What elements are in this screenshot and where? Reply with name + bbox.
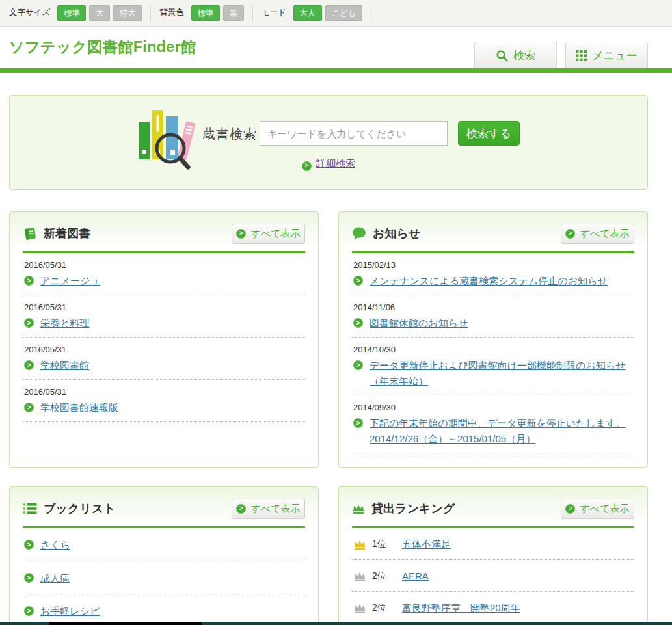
crown-icon-silver bbox=[353, 603, 366, 614]
panel-title-text: 貸出ランキング bbox=[371, 501, 455, 516]
panel-header: お知らせ > すべて表示 bbox=[352, 222, 634, 245]
show-all-label: すべて表示 bbox=[250, 503, 300, 515]
panel-header: ブックリスト > すべて表示 bbox=[23, 497, 305, 520]
list-item: 2014/09/30 >下記の年末年始の期間中、データ更新を停止いたします。20… bbox=[352, 395, 634, 453]
show-all-button[interactable]: > すべて表示 bbox=[232, 224, 305, 244]
item-date: 2016/05/31 bbox=[24, 387, 304, 397]
item-date: 2014/09/30 bbox=[353, 403, 633, 412]
font-size-label: 文字サイズ bbox=[9, 7, 50, 18]
speech-bubble-icon bbox=[352, 227, 366, 240]
mode-label: モード bbox=[262, 7, 286, 18]
keyword-input[interactable] bbox=[260, 121, 448, 146]
arrow-circle-icon: > bbox=[565, 229, 575, 239]
arrow-circle-icon: > bbox=[565, 504, 575, 514]
item-date: 2016/05/31 bbox=[24, 345, 304, 354]
book-icon bbox=[23, 226, 37, 241]
panel-title: 新着図書 bbox=[23, 226, 90, 241]
font-size-xlarge-button[interactable]: 特大 bbox=[113, 5, 142, 21]
ranking-panel: 貸出ランキング > すべて表示 1位 五体不満足 2位 AERA bbox=[338, 486, 648, 625]
news-panel: お知らせ > すべて表示 2015/02/13 >メンテナンスによる蔵書検索シス… bbox=[338, 211, 648, 468]
list-item: 2016/05/31 >学校図書館速報版 bbox=[23, 380, 305, 422]
menu-button[interactable]: メニュー bbox=[565, 42, 648, 68]
item-link[interactable]: 下記の年末年始の期間中、データ更新を停止いたします。2014/12/26（金）～… bbox=[370, 416, 633, 447]
show-all-label: すべて表示 bbox=[580, 228, 629, 240]
list-item: >お手軽レシピ bbox=[23, 594, 305, 625]
search-button-label: 検索 bbox=[513, 48, 535, 63]
panel-header: 新着図書 > すべて表示 bbox=[23, 222, 305, 245]
panel-title-text: お知らせ bbox=[373, 226, 420, 241]
arrow-circle-icon: > bbox=[353, 276, 363, 286]
mode-group: モード 大人 こども bbox=[262, 5, 362, 21]
item-link[interactable]: 富良野塾序章 開塾20周年 bbox=[402, 600, 520, 616]
arrow-circle-icon: > bbox=[236, 229, 246, 239]
search-button[interactable]: 検索 bbox=[474, 42, 557, 68]
item-link[interactable]: アニメージュ bbox=[40, 273, 100, 289]
panel-title-text: 新着図書 bbox=[44, 226, 90, 241]
list-item: 2016/05/31 >学校図書館 bbox=[23, 338, 305, 380]
font-size-large-button[interactable]: 大 bbox=[89, 5, 110, 21]
panel-header: 貸出ランキング > すべて表示 bbox=[352, 497, 634, 520]
rank-label: 2位 bbox=[372, 602, 396, 614]
item-date: 2016/05/31 bbox=[24, 302, 304, 312]
item-link[interactable]: さくら bbox=[40, 537, 70, 553]
arrow-circle-icon: > bbox=[24, 360, 34, 370]
list-item: 2位 富良野塾序章 開塾20周年 bbox=[352, 592, 634, 624]
rank-label: 1位 bbox=[372, 539, 396, 550]
divider bbox=[371, 5, 371, 22]
item-link[interactable]: 成人病 bbox=[40, 570, 70, 586]
panel-title: 貸出ランキング bbox=[352, 501, 455, 516]
show-all-label: すべて表示 bbox=[580, 503, 629, 515]
bg-color-black-button[interactable]: 黒 bbox=[223, 5, 244, 21]
item-link[interactable]: 栄養と料理 bbox=[40, 315, 89, 331]
show-all-label: すべて表示 bbox=[250, 228, 300, 240]
item-link[interactable]: 学校図書館 bbox=[40, 358, 89, 373]
list-item: >成人病 bbox=[23, 561, 305, 594]
advanced-search-row: >詳細検索 bbox=[10, 157, 647, 171]
bg-color-label: 背景色 bbox=[159, 7, 184, 18]
accessibility-bar: 文字サイズ 標準 大 特大 背景色 標準 黒 モード 大人 こども bbox=[0, 0, 672, 27]
font-size-group: 文字サイズ 標準 大 特大 bbox=[9, 5, 142, 21]
item-link[interactable]: お手軽レシピ bbox=[40, 604, 100, 619]
panel-title: ブックリスト bbox=[23, 501, 116, 516]
arrow-circle-icon: > bbox=[302, 161, 312, 171]
mode-adult-button[interactable]: 大人 bbox=[293, 5, 322, 21]
show-all-button[interactable]: > すべて表示 bbox=[561, 499, 634, 519]
advanced-search-link[interactable]: 詳細検索 bbox=[316, 157, 355, 168]
crown-icon-gold bbox=[353, 539, 366, 550]
arrow-circle-icon: > bbox=[24, 540, 34, 550]
search-submit-button[interactable]: 検索する bbox=[458, 121, 520, 146]
item-link[interactable]: メンテナンスによる蔵書検索システム停止のお知らせ bbox=[370, 273, 608, 289]
site-title: ソフテック図書館Finder館 bbox=[9, 37, 196, 57]
arrow-circle-icon: > bbox=[24, 573, 34, 583]
item-link[interactable]: データ更新停止および図書館向け一部機能制限のお知らせ（年末年始） bbox=[370, 358, 633, 389]
arrow-circle-icon: > bbox=[353, 360, 363, 370]
list-item: >さくら bbox=[23, 528, 305, 561]
item-date: 2014/11/06 bbox=[353, 302, 633, 312]
bg-color-normal-button[interactable]: 標準 bbox=[191, 5, 220, 21]
list-item: 2016/05/31 >アニメージュ bbox=[23, 253, 305, 295]
item-link[interactable]: AERA bbox=[402, 568, 429, 584]
arrow-circle-icon: > bbox=[236, 504, 246, 514]
list-item: 1位 五体不満足 bbox=[352, 528, 634, 560]
booklist-panel: ブックリスト > すべて表示 >さくら >成人病 >お手軽レシピ bbox=[9, 486, 319, 625]
footer-edge-bar-dark bbox=[49, 622, 202, 625]
list-item: 2015/02/13 >メンテナンスによる蔵書検索システム停止のお知らせ bbox=[352, 253, 634, 295]
font-size-normal-button[interactable]: 標準 bbox=[57, 5, 86, 21]
item-link[interactable]: 学校図書館速報版 bbox=[40, 400, 118, 416]
bg-color-group: 背景色 標準 黒 bbox=[159, 5, 244, 21]
search-icon bbox=[496, 49, 508, 62]
catalog-search-panel: 蔵書検索 検索する >詳細検索 bbox=[9, 95, 648, 190]
list-item: 2位 AERA bbox=[352, 560, 634, 592]
arrow-circle-icon: > bbox=[24, 318, 34, 328]
item-link[interactable]: 図書館休館のお知らせ bbox=[370, 315, 468, 331]
arrow-circle-icon: > bbox=[24, 606, 34, 616]
mode-kids-button[interactable]: こども bbox=[325, 5, 362, 21]
menu-button-label: メニュー bbox=[592, 48, 637, 63]
rank-label: 2位 bbox=[372, 570, 396, 582]
show-all-button[interactable]: > すべて表示 bbox=[232, 499, 305, 519]
item-link[interactable]: 五体不満足 bbox=[402, 537, 451, 552]
divider bbox=[150, 5, 151, 22]
show-all-button[interactable]: > すべて表示 bbox=[561, 224, 634, 244]
divider bbox=[252, 5, 253, 22]
arrow-circle-icon: > bbox=[24, 403, 34, 412]
